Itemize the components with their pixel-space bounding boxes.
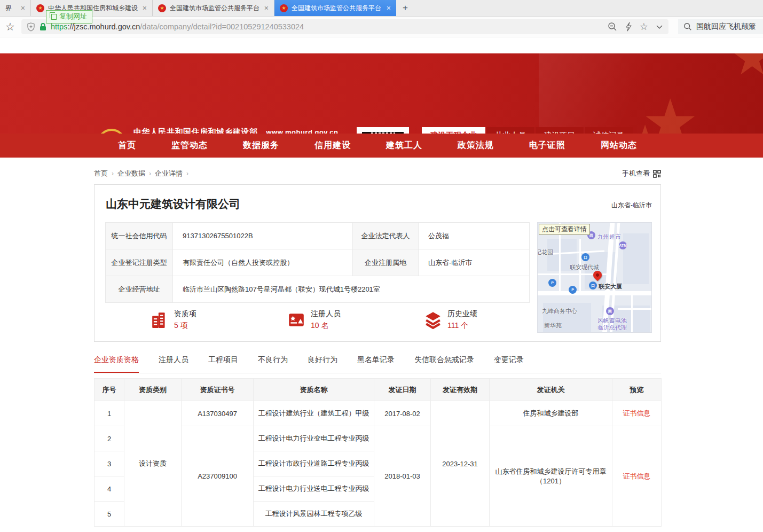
stat-value: 111 个 xyxy=(447,321,477,331)
header-search-tabs: 建设工程企业 从业人员 建设项目 诚信记录 xyxy=(422,127,660,134)
parking-icon: P xyxy=(548,279,556,287)
breadcrumb-company-detail[interactable]: 企业详情 xyxy=(155,169,183,178)
shield-permission-icon[interactable] xyxy=(27,22,35,32)
col-no: 序号 xyxy=(95,379,124,401)
tab-blacklist[interactable]: 黑名单记录 xyxy=(357,355,395,373)
nav-item-workers[interactable]: 建筑工人 xyxy=(386,140,422,151)
zoom-out-icon[interactable] xyxy=(608,22,617,32)
header-qr-panel: 建 S xyxy=(357,127,409,134)
company-location-map[interactable]: 点击可查看详情 回 九州超市 ATM 口 联安现代城 纪花园 口 联安大厦 P … xyxy=(537,222,652,333)
map-road xyxy=(631,295,633,333)
cell-no: 3 xyxy=(95,451,124,476)
search-tab-credit[interactable]: 诚信记录 xyxy=(585,127,633,134)
cell-no: 5 xyxy=(95,502,124,527)
nav-item-credit[interactable]: 信用建设 xyxy=(314,140,351,151)
nav-item-home[interactable]: 首页 xyxy=(118,140,136,151)
tab-title: 界 xyxy=(5,4,17,13)
address-value: 临沂市兰山区陶然路107号星河晶都（联安）现代城1号楼2201室 xyxy=(173,276,530,303)
mobile-view-link[interactable]: 手机查看 xyxy=(622,169,661,178)
tab-projects[interactable]: 工程项目 xyxy=(208,355,238,373)
copy-url-tooltip-text: 复制网址 xyxy=(59,12,87,21)
stat-label: 历史业绩 xyxy=(447,309,477,319)
parking-icon: P xyxy=(569,286,577,294)
map-block xyxy=(623,233,649,284)
certificate-info-link[interactable]: 证书信息 xyxy=(612,401,662,426)
atm-poi-icon: ATM xyxy=(619,241,627,249)
cell-cert-no: A137030497 xyxy=(182,401,254,426)
nav-item-data-service[interactable]: 数据服务 xyxy=(243,140,279,151)
table-header-row: 序号 资质类别 资质证书号 资质名称 发证日期 发证有效期 发证机关 预览 xyxy=(95,379,662,401)
search-tab-project[interactable]: 建设项目 xyxy=(536,127,584,134)
cell-name: 工程设计市政行业道路工程专业丙级 xyxy=(254,451,374,476)
breadcrumb-separator: › xyxy=(112,170,114,177)
credit-code-label: 统一社会信用代码 xyxy=(106,223,173,249)
favorite-star-icon[interactable]: ☆ xyxy=(640,22,648,32)
ministry-name: 中华人民共和国住房和城乡建设部 xyxy=(133,127,258,134)
tab-close-icon[interactable]: × xyxy=(143,4,147,12)
address-bar-actions: ☆ xyxy=(608,22,663,32)
brand-text: 中华人民共和国住房和城乡建设部www.mohurd.gov.cn 全国建筑市场监… xyxy=(133,127,358,134)
tab-qualifications[interactable]: 企业资质资格 xyxy=(94,355,139,373)
tab-good-behavior[interactable]: 良好行为 xyxy=(308,355,337,373)
table-row: 1 设计资质 A137030497 工程设计建筑行业（建筑工程）甲级 2017-… xyxy=(95,401,662,426)
table-row: 统一社会信用代码 91371302675501022B 企业法定代表人 公茂福 xyxy=(106,223,530,249)
browser-window: 界 × ★ 中华人民共和国住房和城乡建设 × ★ 全国建筑市场监管公共服务平台 … xyxy=(0,0,763,532)
site-header: ★ ★ ★ 中华人民共和国住房和城乡建设部www.mohurd.gov.cn 全… xyxy=(0,53,763,134)
site-brand[interactable]: 中华人民共和国住房和城乡建设部www.mohurd.gov.cn 全国建筑市场监… xyxy=(97,127,358,134)
reg-type-value: 有限责任公司（自然人投资或控股） xyxy=(173,249,353,276)
map-label: 联安现代城 xyxy=(570,263,599,271)
breadcrumb-separator: › xyxy=(149,170,151,177)
tab-close-icon[interactable]: × xyxy=(264,4,269,12)
search-tab-enterprise[interactable]: 建设工程企业 xyxy=(422,127,485,134)
cell-no: 4 xyxy=(95,476,124,502)
secure-lock-icon xyxy=(40,22,46,31)
address-label: 企业经营地址 xyxy=(106,276,173,303)
new-tab-button[interactable]: + xyxy=(396,0,414,16)
browser-address-bar: ☆ https://jzsc.mohurd.gov.cn/data/compan… xyxy=(0,17,763,37)
nav-item-supervision[interactable]: 监管动态 xyxy=(171,140,208,151)
breadcrumb-home[interactable]: 首页 xyxy=(94,169,108,178)
stat-qualifications[interactable]: 资质项5 项 xyxy=(151,309,287,331)
chevron-down-icon[interactable] xyxy=(656,25,663,29)
cell-category: 设计资质 xyxy=(124,401,182,527)
reg-region-label: 企业注册属地 xyxy=(353,249,419,276)
nav-item-site-news[interactable]: 网站动态 xyxy=(601,140,637,151)
certificate-info-link[interactable]: 证书信息 xyxy=(612,426,662,527)
quick-search-text: 国航回应飞机颠簸 xyxy=(696,22,756,32)
flag-star-decoration: ★ xyxy=(641,85,699,134)
table-row: 企业登记注册类型 有限责任公司（自然人投资或控股） 企业注册属地 山东省-临沂市 xyxy=(106,249,530,276)
battery-poi-icon: 回 xyxy=(606,307,614,315)
lightning-icon[interactable] xyxy=(625,22,632,32)
nav-item-policy[interactable]: 政策法规 xyxy=(458,140,494,151)
browser-tab-active[interactable]: ★ 全国建筑市场监管公共服务平台 × xyxy=(274,0,396,16)
copy-icon xyxy=(51,14,57,20)
map-label: 临沂总代理 xyxy=(597,324,627,332)
map-road xyxy=(618,308,652,310)
browser-tab-partial[interactable]: 界 × xyxy=(0,0,31,16)
search-tab-personnel[interactable]: 从业人员 xyxy=(486,127,534,134)
url-field[interactable]: https://jzsc.mohurd.gov.cn/data/company/… xyxy=(21,19,668,34)
mobile-view-label: 手机查看 xyxy=(622,169,650,178)
stat-label: 注册人员 xyxy=(311,309,341,319)
nav-item-e-license[interactable]: 电子证照 xyxy=(529,140,565,151)
company-region: 山东省-临沂市 xyxy=(611,201,652,210)
breadcrumb-company-data[interactable]: 企业数据 xyxy=(117,169,145,178)
bookmark-star-icon[interactable]: ☆ xyxy=(5,20,15,33)
tab-change-records[interactable]: 变更记录 xyxy=(494,355,524,373)
url-text: https://jzsc.mohurd.gov.cn/data/company/… xyxy=(51,22,602,31)
site-favicon-icon: ★ xyxy=(36,4,44,12)
site-favicon-icon: ★ xyxy=(280,4,288,12)
breadcrumb: 首页 › 企业数据 › 企业详情 › 手机查看 xyxy=(94,169,661,178)
map-label: 九峰商务中心 xyxy=(542,307,577,315)
tab-registered-personnel[interactable]: 注册人员 xyxy=(159,355,188,373)
col-cert-no: 资质证书号 xyxy=(182,379,254,401)
qr-mini-icon xyxy=(653,170,661,178)
table-row: 企业经营地址 临沂市兰山区陶然路107号星河晶都（联安）现代城1号楼2201室 xyxy=(106,276,530,303)
tab-close-icon[interactable]: × xyxy=(387,4,391,12)
tab-dishonesty-records[interactable]: 失信联合惩戒记录 xyxy=(414,355,474,373)
quick-search-box[interactable]: 国航回应飞机颠簸 xyxy=(678,19,763,34)
tab-bad-behavior[interactable]: 不良行为 xyxy=(258,355,288,373)
stat-registered-personnel[interactable]: 注册人员10 名 xyxy=(287,309,424,331)
browser-tab-jzsc-1[interactable]: ★ 全国建筑市场监管公共服务平台 × xyxy=(153,0,274,16)
tab-close-icon[interactable]: × xyxy=(21,4,25,12)
